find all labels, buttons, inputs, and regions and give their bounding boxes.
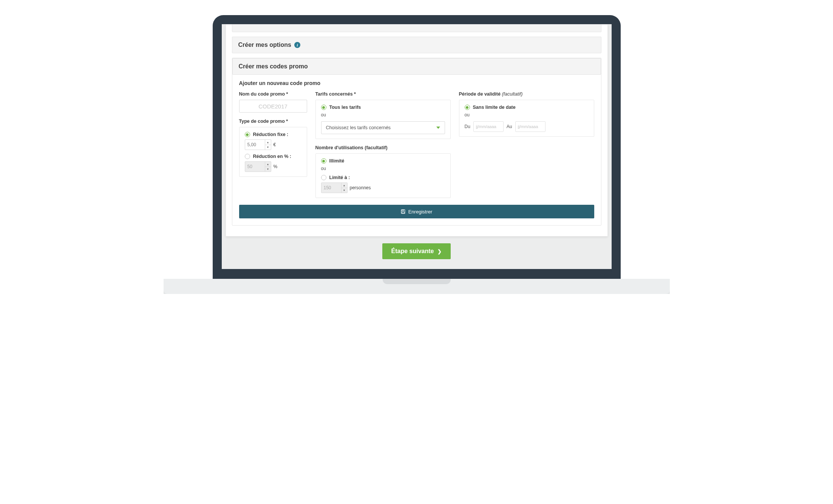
laptop-mockup: Créer mes options i Créer mes codes prom… bbox=[213, 15, 621, 294]
radio-all-tarifs[interactable]: Tous les tarifs bbox=[321, 105, 445, 110]
tarifs-label: Tarifs concernés * bbox=[315, 91, 451, 97]
date-from-input[interactable] bbox=[473, 121, 504, 132]
radio-icon bbox=[245, 154, 250, 159]
radio-label: Réduction en % : bbox=[253, 154, 291, 159]
promo-panel-body: Ajouter un nouveau code promo Nom du cod… bbox=[232, 75, 601, 205]
radio-reduction-fixed[interactable]: Réduction fixe : bbox=[245, 132, 301, 137]
from-label: Du bbox=[465, 124, 470, 129]
options-title: Créer mes options bbox=[238, 42, 291, 48]
uses-label: Nombre d'utilisations (facultatif) bbox=[315, 145, 451, 150]
promo-name-input[interactable] bbox=[239, 100, 307, 113]
radio-icon bbox=[321, 158, 326, 164]
radio-no-date-limit[interactable]: Sans limite de date bbox=[465, 105, 589, 110]
laptop-keyboard bbox=[164, 279, 670, 294]
limited-value-input[interactable]: 150 ▲▼ bbox=[321, 182, 348, 193]
col-validity: Période de validité (facultatif) Sans li… bbox=[459, 91, 594, 198]
validity-box: Sans limite de date ou Du Au bbox=[459, 100, 594, 137]
radio-label: Réduction fixe : bbox=[253, 132, 289, 137]
laptop-base bbox=[222, 269, 612, 279]
radio-label: Illimité bbox=[329, 158, 345, 164]
validity-or: ou bbox=[465, 112, 589, 117]
info-icon[interactable]: i bbox=[294, 42, 300, 48]
stepper-icon[interactable]: ▲▼ bbox=[265, 140, 271, 150]
pct-value-wrap: 50 ▲▼ % bbox=[245, 161, 301, 172]
stepper-icon[interactable]: ▲▼ bbox=[265, 162, 271, 172]
tarifs-or: ou bbox=[321, 112, 445, 117]
radio-icon bbox=[321, 105, 326, 110]
radio-icon bbox=[245, 132, 250, 137]
promo-panel: Créer mes codes promo Ajouter un nouveau… bbox=[232, 58, 601, 226]
save-label: Enregistrer bbox=[408, 209, 433, 215]
save-button[interactable]: Enregistrer bbox=[239, 205, 594, 218]
fixed-unit: € bbox=[274, 142, 276, 147]
select-placeholder: Choisissez les tarifs concernés bbox=[326, 125, 391, 130]
content-card: Créer mes options i Créer mes codes prom… bbox=[226, 24, 608, 237]
radio-label: Sans limite de date bbox=[473, 105, 516, 110]
col-tarifs-uses: Tarifs concernés * Tous les tarifs ou Ch… bbox=[315, 91, 451, 198]
date-to-input[interactable] bbox=[515, 121, 546, 132]
col-name-type: Nom du code promo * Type de code promo *… bbox=[239, 91, 307, 198]
promo-name-label: Nom du code promo * bbox=[239, 91, 307, 97]
limited-value-wrap: 150 ▲▼ personnes bbox=[321, 182, 445, 193]
uses-or: ou bbox=[321, 166, 445, 171]
options-panel-header[interactable]: Créer mes options i bbox=[232, 37, 601, 53]
promo-type-box: Réduction fixe : 5,00 ▲▼ € bbox=[239, 127, 307, 177]
radio-icon bbox=[321, 175, 326, 180]
fixed-value-wrap: 5,00 ▲▼ € bbox=[245, 139, 301, 150]
next-step-button[interactable]: Étape suivante ❯ bbox=[382, 243, 451, 259]
form-columns: Nom du code promo * Type de code promo *… bbox=[239, 91, 594, 198]
promo-panel-header[interactable]: Créer mes codes promo bbox=[232, 58, 601, 75]
svg-rect-2 bbox=[402, 212, 404, 213]
svg-rect-1 bbox=[402, 210, 404, 211]
pct-value-input[interactable]: 50 ▲▼ bbox=[245, 161, 271, 172]
chevron-right-icon: ❯ bbox=[437, 249, 442, 254]
save-icon bbox=[401, 209, 405, 214]
pct-value: 50 bbox=[245, 164, 265, 169]
tarifs-select[interactable]: Choisissez les tarifs concernés bbox=[321, 121, 445, 134]
next-button-wrap: Étape suivante ❯ bbox=[222, 237, 612, 259]
limited-unit: personnes bbox=[350, 185, 371, 190]
limited-value: 150 bbox=[321, 185, 341, 190]
radio-label: Limité à : bbox=[329, 175, 350, 180]
uses-box: Illimité ou Limité à : bbox=[315, 153, 451, 198]
next-label: Étape suivante bbox=[391, 248, 434, 255]
chevron-down-icon bbox=[436, 127, 440, 129]
screen-bezel: Créer mes options i Créer mes codes prom… bbox=[213, 15, 621, 279]
pct-unit: % bbox=[274, 164, 278, 169]
tarifs-box: Tous les tarifs ou Choisissez les tarifs… bbox=[315, 100, 451, 139]
radio-unlimited[interactable]: Illimité bbox=[321, 158, 445, 164]
stepper-icon[interactable]: ▲▼ bbox=[341, 183, 347, 193]
radio-limited[interactable]: Limité à : bbox=[321, 175, 445, 180]
to-label: Au bbox=[507, 124, 512, 129]
promo-subtitle: Ajouter un nouveau code promo bbox=[239, 80, 594, 86]
promo-title: Créer mes codes promo bbox=[239, 63, 308, 70]
radio-reduction-pct[interactable]: Réduction en % : bbox=[245, 154, 301, 159]
date-range-row: Du Au bbox=[465, 121, 589, 132]
laptop-notch bbox=[383, 279, 451, 284]
validity-label: Période de validité (facultatif) bbox=[459, 91, 594, 97]
previous-panel-tail bbox=[232, 25, 601, 32]
fixed-value-input[interactable]: 5,00 ▲▼ bbox=[245, 139, 271, 150]
screen: Créer mes options i Créer mes codes prom… bbox=[222, 24, 612, 269]
fixed-value: 5,00 bbox=[245, 142, 265, 147]
radio-icon bbox=[465, 105, 470, 110]
promo-type-label: Type de code promo * bbox=[239, 119, 307, 124]
radio-label: Tous les tarifs bbox=[329, 105, 361, 110]
